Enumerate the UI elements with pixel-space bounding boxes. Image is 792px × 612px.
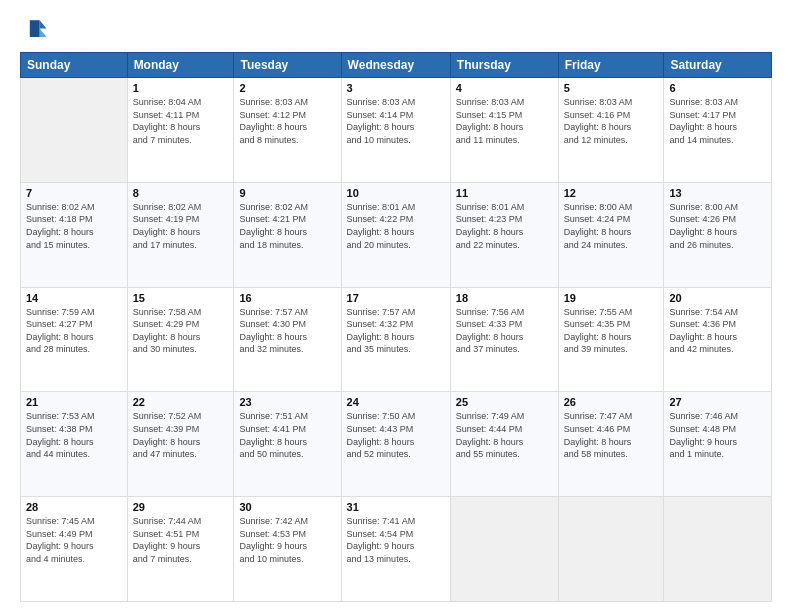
calendar-cell: 4Sunrise: 8:03 AM Sunset: 4:15 PM Daylig… — [450, 78, 558, 183]
day-number: 10 — [347, 187, 445, 199]
day-number: 4 — [456, 82, 553, 94]
calendar-cell: 5Sunrise: 8:03 AM Sunset: 4:16 PM Daylig… — [558, 78, 664, 183]
day-number: 28 — [26, 501, 122, 513]
day-info: Sunrise: 7:56 AM Sunset: 4:33 PM Dayligh… — [456, 306, 553, 356]
svg-marker-2 — [30, 20, 40, 37]
calendar-cell — [664, 497, 772, 602]
day-number: 25 — [456, 396, 553, 408]
weekday-header: SundayMondayTuesdayWednesdayThursdayFrid… — [21, 53, 772, 78]
calendar-cell: 18Sunrise: 7:56 AM Sunset: 4:33 PM Dayli… — [450, 287, 558, 392]
calendar-cell: 31Sunrise: 7:41 AM Sunset: 4:54 PM Dayli… — [341, 497, 450, 602]
weekday-header-cell: Monday — [127, 53, 234, 78]
header — [20, 16, 772, 44]
calendar-cell — [21, 78, 128, 183]
day-info: Sunrise: 8:03 AM Sunset: 4:17 PM Dayligh… — [669, 96, 766, 146]
day-info: Sunrise: 7:44 AM Sunset: 4:51 PM Dayligh… — [133, 515, 229, 565]
weekday-header-cell: Thursday — [450, 53, 558, 78]
day-info: Sunrise: 8:00 AM Sunset: 4:24 PM Dayligh… — [564, 201, 659, 251]
day-number: 8 — [133, 187, 229, 199]
day-info: Sunrise: 7:57 AM Sunset: 4:30 PM Dayligh… — [239, 306, 335, 356]
day-number: 15 — [133, 292, 229, 304]
svg-marker-1 — [40, 29, 47, 37]
weekday-header-cell: Wednesday — [341, 53, 450, 78]
day-info: Sunrise: 7:54 AM Sunset: 4:36 PM Dayligh… — [669, 306, 766, 356]
day-number: 1 — [133, 82, 229, 94]
calendar-cell: 25Sunrise: 7:49 AM Sunset: 4:44 PM Dayli… — [450, 392, 558, 497]
calendar-cell: 2Sunrise: 8:03 AM Sunset: 4:12 PM Daylig… — [234, 78, 341, 183]
calendar-cell: 6Sunrise: 8:03 AM Sunset: 4:17 PM Daylig… — [664, 78, 772, 183]
day-number: 5 — [564, 82, 659, 94]
svg-marker-0 — [40, 20, 47, 28]
calendar-cell: 26Sunrise: 7:47 AM Sunset: 4:46 PM Dayli… — [558, 392, 664, 497]
calendar-week-row: 14Sunrise: 7:59 AM Sunset: 4:27 PM Dayli… — [21, 287, 772, 392]
calendar-cell: 24Sunrise: 7:50 AM Sunset: 4:43 PM Dayli… — [341, 392, 450, 497]
day-number: 17 — [347, 292, 445, 304]
calendar-cell: 23Sunrise: 7:51 AM Sunset: 4:41 PM Dayli… — [234, 392, 341, 497]
day-number: 21 — [26, 396, 122, 408]
day-info: Sunrise: 7:51 AM Sunset: 4:41 PM Dayligh… — [239, 410, 335, 460]
day-number: 23 — [239, 396, 335, 408]
day-info: Sunrise: 8:03 AM Sunset: 4:16 PM Dayligh… — [564, 96, 659, 146]
day-info: Sunrise: 7:49 AM Sunset: 4:44 PM Dayligh… — [456, 410, 553, 460]
day-info: Sunrise: 8:02 AM Sunset: 4:21 PM Dayligh… — [239, 201, 335, 251]
day-info: Sunrise: 8:03 AM Sunset: 4:15 PM Dayligh… — [456, 96, 553, 146]
calendar-cell: 13Sunrise: 8:00 AM Sunset: 4:26 PM Dayli… — [664, 182, 772, 287]
weekday-header-cell: Saturday — [664, 53, 772, 78]
calendar-table: SundayMondayTuesdayWednesdayThursdayFrid… — [20, 52, 772, 602]
calendar-cell: 10Sunrise: 8:01 AM Sunset: 4:22 PM Dayli… — [341, 182, 450, 287]
calendar-cell: 12Sunrise: 8:00 AM Sunset: 4:24 PM Dayli… — [558, 182, 664, 287]
calendar-week-row: 7Sunrise: 8:02 AM Sunset: 4:18 PM Daylig… — [21, 182, 772, 287]
day-info: Sunrise: 7:59 AM Sunset: 4:27 PM Dayligh… — [26, 306, 122, 356]
day-info: Sunrise: 7:58 AM Sunset: 4:29 PM Dayligh… — [133, 306, 229, 356]
day-info: Sunrise: 8:01 AM Sunset: 4:22 PM Dayligh… — [347, 201, 445, 251]
calendar-cell — [450, 497, 558, 602]
day-number: 30 — [239, 501, 335, 513]
logo — [20, 16, 52, 44]
calendar-cell: 28Sunrise: 7:45 AM Sunset: 4:49 PM Dayli… — [21, 497, 128, 602]
page: SundayMondayTuesdayWednesdayThursdayFrid… — [0, 0, 792, 612]
calendar-cell: 9Sunrise: 8:02 AM Sunset: 4:21 PM Daylig… — [234, 182, 341, 287]
day-info: Sunrise: 8:03 AM Sunset: 4:14 PM Dayligh… — [347, 96, 445, 146]
calendar-cell: 27Sunrise: 7:46 AM Sunset: 4:48 PM Dayli… — [664, 392, 772, 497]
day-number: 18 — [456, 292, 553, 304]
day-number: 6 — [669, 82, 766, 94]
day-info: Sunrise: 8:03 AM Sunset: 4:12 PM Dayligh… — [239, 96, 335, 146]
logo-icon — [20, 16, 48, 44]
day-number: 11 — [456, 187, 553, 199]
day-number: 2 — [239, 82, 335, 94]
day-info: Sunrise: 7:53 AM Sunset: 4:38 PM Dayligh… — [26, 410, 122, 460]
calendar-cell: 30Sunrise: 7:42 AM Sunset: 4:53 PM Dayli… — [234, 497, 341, 602]
day-info: Sunrise: 7:45 AM Sunset: 4:49 PM Dayligh… — [26, 515, 122, 565]
day-info: Sunrise: 7:57 AM Sunset: 4:32 PM Dayligh… — [347, 306, 445, 356]
calendar-cell: 3Sunrise: 8:03 AM Sunset: 4:14 PM Daylig… — [341, 78, 450, 183]
day-info: Sunrise: 7:55 AM Sunset: 4:35 PM Dayligh… — [564, 306, 659, 356]
calendar-cell: 15Sunrise: 7:58 AM Sunset: 4:29 PM Dayli… — [127, 287, 234, 392]
day-number: 14 — [26, 292, 122, 304]
day-number: 26 — [564, 396, 659, 408]
calendar-cell: 1Sunrise: 8:04 AM Sunset: 4:11 PM Daylig… — [127, 78, 234, 183]
calendar-week-row: 1Sunrise: 8:04 AM Sunset: 4:11 PM Daylig… — [21, 78, 772, 183]
calendar-cell: 14Sunrise: 7:59 AM Sunset: 4:27 PM Dayli… — [21, 287, 128, 392]
weekday-header-cell: Sunday — [21, 53, 128, 78]
day-number: 13 — [669, 187, 766, 199]
calendar-cell: 16Sunrise: 7:57 AM Sunset: 4:30 PM Dayli… — [234, 287, 341, 392]
day-number: 3 — [347, 82, 445, 94]
day-info: Sunrise: 7:50 AM Sunset: 4:43 PM Dayligh… — [347, 410, 445, 460]
calendar-cell: 21Sunrise: 7:53 AM Sunset: 4:38 PM Dayli… — [21, 392, 128, 497]
day-number: 19 — [564, 292, 659, 304]
day-number: 24 — [347, 396, 445, 408]
calendar-cell — [558, 497, 664, 602]
calendar-week-row: 28Sunrise: 7:45 AM Sunset: 4:49 PM Dayli… — [21, 497, 772, 602]
day-info: Sunrise: 7:52 AM Sunset: 4:39 PM Dayligh… — [133, 410, 229, 460]
day-number: 29 — [133, 501, 229, 513]
calendar-cell: 17Sunrise: 7:57 AM Sunset: 4:32 PM Dayli… — [341, 287, 450, 392]
day-number: 9 — [239, 187, 335, 199]
day-number: 12 — [564, 187, 659, 199]
day-number: 22 — [133, 396, 229, 408]
calendar-cell: 20Sunrise: 7:54 AM Sunset: 4:36 PM Dayli… — [664, 287, 772, 392]
day-info: Sunrise: 8:02 AM Sunset: 4:18 PM Dayligh… — [26, 201, 122, 251]
calendar-cell: 8Sunrise: 8:02 AM Sunset: 4:19 PM Daylig… — [127, 182, 234, 287]
day-info: Sunrise: 7:46 AM Sunset: 4:48 PM Dayligh… — [669, 410, 766, 460]
day-info: Sunrise: 7:41 AM Sunset: 4:54 PM Dayligh… — [347, 515, 445, 565]
day-number: 16 — [239, 292, 335, 304]
